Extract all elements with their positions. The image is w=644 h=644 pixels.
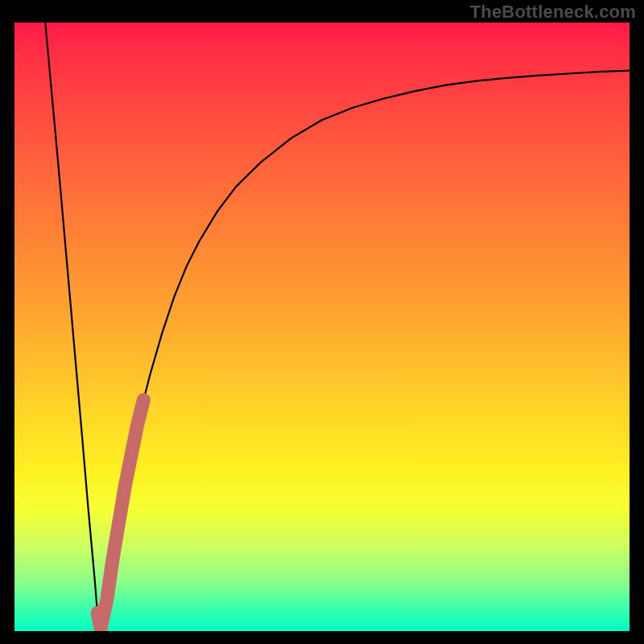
chart-container: TheBottleneck.com (0, 0, 644, 644)
curve-overlay (14, 23, 630, 631)
bottleneck-curve (45, 23, 630, 628)
optimal-range-highlight (97, 400, 143, 629)
plot-area (14, 23, 630, 631)
watermark-text: TheBottleneck.com (470, 2, 636, 23)
